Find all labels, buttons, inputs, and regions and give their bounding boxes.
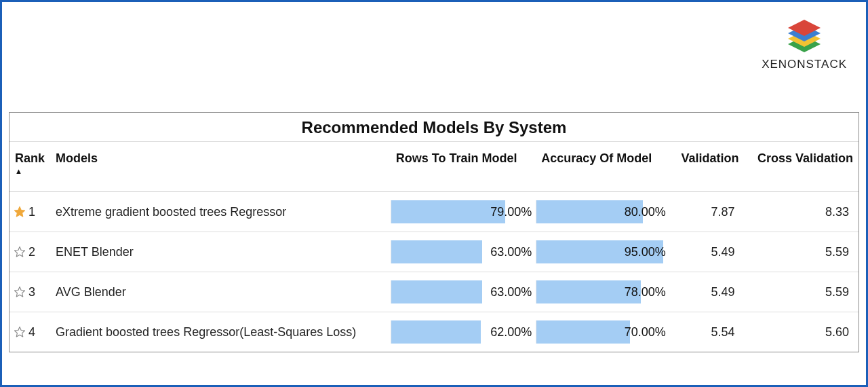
table-row: 4Gradient boosted trees Regressor(Least-… [9,312,859,352]
rows-to-train-bar: 63.00% [391,240,536,263]
rows-to-train-bar: 62.00% [391,320,536,344]
rows-to-train-label: 62.00% [490,325,532,339]
svg-marker-4 [15,207,25,217]
rank-cell: 4 [9,312,50,352]
accuracy-bar: 95.00% [536,240,670,263]
model-name: ENET Blender [50,232,391,272]
rows-to-train-cell: 63.00% [391,232,536,272]
model-name: Gradient boosted trees Regressor(Least-S… [50,312,391,352]
svg-marker-6 [15,287,25,297]
accuracy-cell: 78.00% [536,272,670,312]
col-cross-validation[interactable]: Cross Validation [745,142,859,192]
col-rank-label: Rank [15,151,45,165]
table-header-row: Rank ▲ Models Rows To Train Model Accura… [9,142,859,192]
stack-icon [783,12,826,55]
rows-to-train-bar: 79.00% [391,200,536,223]
accuracy-label: 70.00% [625,325,666,339]
col-validation[interactable]: Validation [670,142,745,192]
star-icon[interactable] [14,326,26,338]
cross-validation-cell: 5.60 [745,312,859,352]
cross-validation-cell: 5.59 [745,272,859,312]
validation-cell: 5.49 [670,272,745,312]
table-row: 3AVG Blender63.00%78.00%5.495.59 [9,272,859,312]
accuracy-label: 95.00% [625,245,666,259]
star-icon[interactable] [14,246,26,258]
rank-cell: 3 [9,272,50,312]
rank-number: 2 [28,245,35,259]
validation-cell: 5.49 [670,232,745,272]
model-name: eXtreme gradient boosted trees Regressor [50,192,391,232]
sort-asc-icon: ▲ [15,167,45,175]
svg-marker-7 [15,327,25,337]
cross-validation-cell: 5.59 [745,232,859,272]
cross-validation-cell: 8.33 [745,192,859,232]
rows-to-train-cell: 62.00% [391,312,536,352]
accuracy-bar: 70.00% [536,320,670,344]
accuracy-cell: 70.00% [536,312,670,352]
brand-name: XENONSTACK [762,58,847,71]
rows-to-train-cell: 79.00% [391,192,536,232]
col-rank[interactable]: Rank ▲ [9,142,50,192]
accuracy-bar: 78.00% [536,280,670,303]
rank-number: 1 [28,205,35,219]
rank-cell: 2 [9,232,50,272]
rows-to-train-label: 79.00% [490,205,532,219]
col-models[interactable]: Models [50,142,391,192]
star-icon[interactable] [14,206,26,218]
models-table: Rank ▲ Models Rows To Train Model Accura… [9,142,859,352]
col-accuracy[interactable]: Accuracy Of Model [536,142,670,192]
col-rows-to-train[interactable]: Rows To Train Model [391,142,536,192]
accuracy-label: 78.00% [625,285,666,299]
models-panel: Recommended Models By System Rank ▲ Mode… [9,112,859,352]
validation-cell: 7.87 [670,192,745,232]
accuracy-cell: 80.00% [536,192,670,232]
rows-to-train-label: 63.00% [490,285,532,299]
rank-number: 3 [28,285,35,299]
rows-to-train-bar: 63.00% [391,280,536,303]
accuracy-cell: 95.00% [536,232,670,272]
star-icon[interactable] [14,286,26,298]
table-row: 1eXtreme gradient boosted trees Regresso… [9,192,859,232]
validation-cell: 5.54 [670,312,745,352]
panel-title: Recommended Models By System [9,113,859,142]
accuracy-label: 80.00% [625,205,666,219]
model-name: AVG Blender [50,272,391,312]
rank-cell: 1 [9,192,50,232]
brand-logo: XENONSTACK [762,12,847,71]
rank-number: 4 [28,325,35,339]
svg-marker-5 [15,247,25,257]
rows-to-train-label: 63.00% [490,245,532,259]
accuracy-bar: 80.00% [536,200,670,223]
table-row: 2ENET Blender63.00%95.00%5.495.59 [9,232,859,272]
rows-to-train-cell: 63.00% [391,272,536,312]
